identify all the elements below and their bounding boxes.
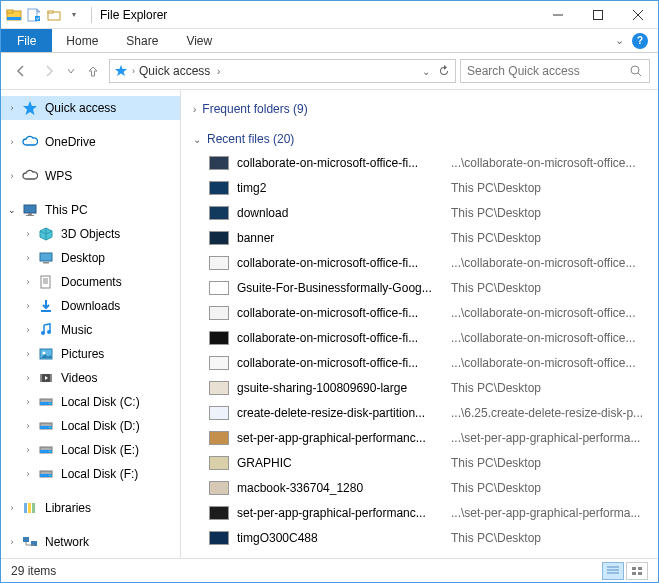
chevron-right-icon[interactable]: › xyxy=(21,395,35,409)
chevron-right-icon[interactable]: › xyxy=(21,443,35,457)
view-large-icons-button[interactable] xyxy=(626,562,648,580)
chevron-right-icon[interactable]: › xyxy=(21,251,35,265)
file-row[interactable]: collaborate-on-microsoft-office-fi......… xyxy=(185,325,654,350)
tree-item-desktop[interactable]: ›Desktop xyxy=(1,246,180,270)
forward-button[interactable] xyxy=(37,59,61,83)
explorer-icon xyxy=(5,6,23,24)
chevron-right-icon[interactable]: › xyxy=(21,347,35,361)
refresh-icon[interactable] xyxy=(437,64,451,78)
title-bar: ▾ File Explorer xyxy=(1,1,658,29)
file-row[interactable]: gsuite-sharing-100809690-largeThis PC\De… xyxy=(185,375,654,400)
tree-item-documents[interactable]: ›Documents xyxy=(1,270,180,294)
qat-properties-icon[interactable] xyxy=(25,6,43,24)
address-chevron-icon[interactable]: › xyxy=(132,66,135,76)
chevron-right-icon[interactable]: › xyxy=(21,323,35,337)
tree-item-3d-objects[interactable]: ›3D Objects xyxy=(1,222,180,246)
chevron-right-icon[interactable]: › xyxy=(5,501,19,515)
tree-network[interactable]: › Network xyxy=(1,530,180,554)
search-input[interactable] xyxy=(467,64,629,78)
chevron-right-icon[interactable]: › xyxy=(21,227,35,241)
chevron-down-icon[interactable]: ⌄ xyxy=(193,134,201,145)
ribbon-tab-view[interactable]: View xyxy=(172,29,226,52)
file-path: ...\collaborate-on-microsoft-office... xyxy=(451,256,654,270)
tree-item-music[interactable]: ›Music xyxy=(1,318,180,342)
file-row[interactable]: collaborate-on-microsoft-office-fi......… xyxy=(185,350,654,375)
file-row[interactable]: GRAPHICThis PC\Desktop xyxy=(185,450,654,475)
close-button[interactable] xyxy=(618,1,658,29)
chevron-right-icon[interactable]: › xyxy=(21,419,35,433)
view-details-button[interactable] xyxy=(602,562,624,580)
file-row[interactable]: macbook-336704_1280This PC\Desktop xyxy=(185,475,654,500)
tree-libraries[interactable]: › Libraries xyxy=(1,496,180,520)
tree-item-downloads[interactable]: ›Downloads xyxy=(1,294,180,318)
chevron-right-icon[interactable]: › xyxy=(21,371,35,385)
file-row[interactable]: collaborate-on-microsoft-office-fi......… xyxy=(185,150,654,175)
tree-this-pc[interactable]: ⌄ This PC xyxy=(1,198,180,222)
back-button[interactable] xyxy=(9,59,33,83)
ribbon-expand-icon[interactable]: ⌄ xyxy=(615,34,624,47)
group-recent-files[interactable]: ⌄ Recent files (20) xyxy=(185,128,654,150)
chevron-right-icon[interactable]: › xyxy=(5,101,19,115)
file-row[interactable]: create-delete-resize-disk-partition.....… xyxy=(185,400,654,425)
tree-item-pictures[interactable]: ›Pictures xyxy=(1,342,180,366)
tree-item-local-disk-d-[interactable]: ›Local Disk (D:) xyxy=(1,414,180,438)
chevron-right-icon[interactable]: › xyxy=(193,104,196,115)
address-dropdown-icon[interactable]: ⌄ xyxy=(419,64,433,78)
file-row[interactable]: bannerThis PC\Desktop xyxy=(185,225,654,250)
file-row[interactable]: set-per-app-graphical-performanc......\s… xyxy=(185,500,654,525)
qat-dropdown-icon[interactable]: ▾ xyxy=(65,6,83,24)
svg-rect-14 xyxy=(28,213,32,215)
maximize-button[interactable] xyxy=(578,1,618,29)
tree-item-videos[interactable]: ›Videos xyxy=(1,366,180,390)
tree-item-local-disk-e-[interactable]: ›Local Disk (E:) xyxy=(1,438,180,462)
chevron-down-icon[interactable]: ⌄ xyxy=(5,203,19,217)
chevron-right-icon[interactable]: › xyxy=(5,135,19,149)
file-row[interactable]: collaborate-on-microsoft-office-fi......… xyxy=(185,250,654,275)
svg-rect-17 xyxy=(43,262,49,264)
file-thumbnail xyxy=(209,406,229,420)
file-row[interactable]: set-per-app-graphical-performanc......\s… xyxy=(185,425,654,450)
chevron-right-icon[interactable]: › xyxy=(5,535,19,549)
tree-onedrive[interactable]: › OneDrive xyxy=(1,130,180,154)
file-row[interactable]: Gsuite-For-Businessformally-Goog...This … xyxy=(185,275,654,300)
ribbon-tab-home[interactable]: Home xyxy=(52,29,112,52)
file-thumbnail xyxy=(209,531,229,545)
cube-icon xyxy=(37,225,55,243)
content-pane[interactable]: › Frequent folders (9) ⌄ Recent files (2… xyxy=(181,90,658,558)
chevron-right-icon[interactable]: › xyxy=(21,299,35,313)
tree-quick-access[interactable]: › Quick access xyxy=(1,96,180,120)
search-box[interactable] xyxy=(460,59,650,83)
disk-icon xyxy=(37,441,55,459)
address-text: Quick access › xyxy=(139,64,415,78)
tree-item-local-disk-f-[interactable]: ›Local Disk (F:) xyxy=(1,462,180,486)
search-icon[interactable] xyxy=(629,64,643,78)
file-name: timg2 xyxy=(237,181,443,195)
file-name: GRAPHIC xyxy=(237,456,443,470)
up-button[interactable] xyxy=(81,59,105,83)
recent-locations-button[interactable] xyxy=(65,59,77,83)
file-name: download xyxy=(237,206,443,220)
qat-new-folder-icon[interactable] xyxy=(45,6,63,24)
tree-item-local-disk-c-[interactable]: ›Local Disk (C:) xyxy=(1,390,180,414)
file-row[interactable]: downloadThis PC\Desktop xyxy=(185,200,654,225)
address-bar[interactable]: › Quick access › ⌄ xyxy=(109,59,456,83)
file-row[interactable]: collaborate-on-microsoft-office-fi......… xyxy=(185,300,654,325)
ribbon-file-tab[interactable]: File xyxy=(1,29,52,52)
file-thumbnail xyxy=(209,156,229,170)
chevron-right-icon[interactable]: › xyxy=(21,275,35,289)
title-separator xyxy=(91,7,92,23)
tree-label: Network xyxy=(45,535,89,549)
group-label: Frequent folders (9) xyxy=(202,102,307,116)
file-row[interactable]: timgO300C488This PC\Desktop xyxy=(185,525,654,550)
tree-wps[interactable]: › WPS xyxy=(1,164,180,188)
file-name: collaborate-on-microsoft-office-fi... xyxy=(237,256,443,270)
file-row[interactable]: timg2This PC\Desktop xyxy=(185,175,654,200)
group-frequent-folders[interactable]: › Frequent folders (9) xyxy=(185,98,654,120)
chevron-right-icon[interactable]: › xyxy=(5,169,19,183)
chevron-right-icon[interactable]: › xyxy=(21,467,35,481)
help-icon[interactable]: ? xyxy=(632,33,648,49)
ribbon-tab-share[interactable]: Share xyxy=(112,29,172,52)
file-name: collaborate-on-microsoft-office-fi... xyxy=(237,356,443,370)
svg-point-32 xyxy=(49,403,50,404)
minimize-button[interactable] xyxy=(538,1,578,29)
